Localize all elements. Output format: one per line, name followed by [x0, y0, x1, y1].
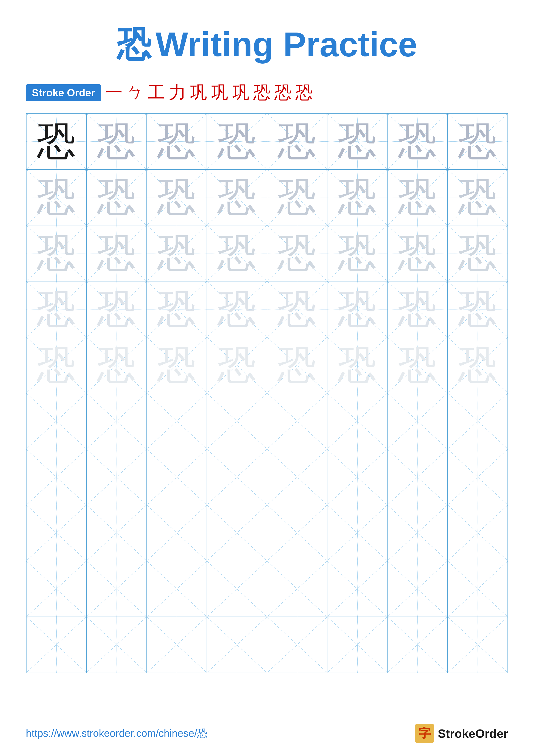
grid-cell-empty[interactable] [447, 393, 508, 449]
grid-cell-empty[interactable] [87, 449, 146, 505]
practice-char-guide: 恐 [278, 234, 317, 273]
svg-line-128 [27, 561, 86, 617]
grid-cell-empty[interactable] [267, 393, 327, 449]
grid-cell-empty[interactable] [387, 617, 447, 673]
footer-logo: 字 StrokeOrder [415, 724, 508, 743]
grid-cell-empty[interactable] [87, 505, 146, 561]
grid-cell-empty[interactable] [26, 561, 87, 617]
grid-cell[interactable]: 恐 [207, 337, 267, 393]
grid-cell-empty[interactable] [87, 617, 146, 673]
page-title: Writing Practice [156, 25, 417, 64]
grid-cell-empty[interactable] [87, 561, 146, 617]
grid-cell-empty[interactable] [387, 561, 447, 617]
grid-cell-empty[interactable] [26, 505, 87, 561]
svg-line-154 [327, 617, 387, 673]
grid-cell-empty[interactable] [147, 505, 207, 561]
grid-cell-empty[interactable] [147, 393, 207, 449]
grid-cell[interactable]: 恐 [267, 225, 327, 281]
grid-cell-empty[interactable] [147, 617, 207, 673]
grid-cell-empty[interactable] [207, 505, 267, 561]
grid-cell-empty[interactable] [147, 449, 207, 505]
grid-cell-empty[interactable] [327, 449, 387, 505]
svg-line-115 [87, 505, 146, 561]
grid-cell[interactable]: 恐 [207, 169, 267, 226]
grid-cell-empty[interactable] [267, 617, 327, 673]
grid-cell[interactable]: 恐 [327, 281, 387, 337]
grid-cell[interactable]: 恐 [147, 169, 207, 226]
grid-cell[interactable]: 恐 [267, 169, 327, 226]
grid-cell[interactable]: 恐 [267, 337, 327, 393]
grid-cell-empty[interactable] [147, 561, 207, 617]
grid-cell[interactable]: 恐 [26, 337, 87, 393]
grid-cell-empty[interactable] [207, 617, 267, 673]
grid-cell-empty[interactable] [267, 561, 327, 617]
grid-cell[interactable]: 恐 [147, 113, 207, 169]
practice-char-guide: 恐 [37, 290, 76, 329]
grid-cell[interactable]: 恐 [447, 281, 508, 337]
grid-cell[interactable]: 恐 [387, 225, 447, 281]
grid-cell[interactable]: 恐 [327, 337, 387, 393]
grid-cell[interactable]: 恐 [147, 281, 207, 337]
stroke-6: 巩 [211, 81, 228, 104]
grid-cell-empty[interactable] [327, 617, 387, 673]
grid-cell-empty[interactable] [327, 505, 387, 561]
svg-line-98 [87, 449, 146, 505]
logo-icon: 字 [415, 724, 434, 743]
grid-cell-empty[interactable] [267, 449, 327, 505]
grid-cell[interactable]: 恐 [207, 281, 267, 337]
grid-cell-empty[interactable] [87, 393, 146, 449]
grid-cell[interactable]: 恐 [327, 169, 387, 226]
grid-cell-empty[interactable] [327, 393, 387, 449]
grid-cell[interactable]: 恐 [447, 337, 508, 393]
grid-cell[interactable]: 恐 [387, 337, 447, 393]
grid-cell-empty[interactable] [447, 505, 508, 561]
svg-line-113 [27, 505, 86, 561]
svg-line-89 [267, 393, 327, 449]
grid-cell[interactable]: 恐 [87, 225, 146, 281]
grid-cell-empty[interactable] [207, 449, 267, 505]
svg-line-83 [87, 393, 146, 449]
grid-cell-empty[interactable] [207, 561, 267, 617]
grid-cell[interactable]: 恐 [207, 113, 267, 169]
grid-cell-empty[interactable] [387, 505, 447, 561]
grid-cell[interactable]: 恐 [26, 169, 87, 226]
grid-cell-empty[interactable] [26, 449, 87, 505]
grid-cell-empty[interactable] [327, 561, 387, 617]
grid-cell[interactable]: 恐 [267, 113, 327, 169]
grid-cell-empty[interactable] [447, 561, 508, 617]
grid-cell-empty[interactable] [447, 617, 508, 673]
grid-cell[interactable]: 恐 [26, 113, 87, 169]
grid-cell[interactable]: 恐 [447, 169, 508, 226]
svg-line-119 [207, 505, 267, 561]
grid-cell[interactable]: 恐 [267, 281, 327, 337]
title-chinese-char: 恐 [117, 25, 151, 64]
grid-cell[interactable]: 恐 [87, 337, 146, 393]
grid-cell[interactable]: 恐 [147, 337, 207, 393]
svg-line-111 [448, 449, 507, 505]
grid-cell-empty[interactable] [387, 393, 447, 449]
grid-cell[interactable]: 恐 [327, 225, 387, 281]
grid-cell[interactable]: 恐 [147, 225, 207, 281]
grid-cell-empty[interactable] [26, 393, 87, 449]
grid-cell[interactable]: 恐 [447, 225, 508, 281]
grid-cell[interactable]: 恐 [447, 113, 508, 169]
svg-line-118 [207, 505, 267, 561]
grid-cell[interactable]: 恐 [327, 113, 387, 169]
grid-cell[interactable]: 恐 [26, 225, 87, 281]
grid-cell-empty[interactable] [387, 449, 447, 505]
grid-cell-empty[interactable] [447, 449, 508, 505]
svg-line-136 [267, 561, 327, 617]
grid-cell-empty[interactable] [267, 505, 327, 561]
grid-cell[interactable]: 恐 [87, 113, 146, 169]
footer-url-link[interactable]: https://www.strokeorder.com/chinese/恐 [26, 726, 207, 740]
grid-cell[interactable]: 恐 [387, 113, 447, 169]
grid-cell[interactable]: 恐 [207, 225, 267, 281]
grid-cell[interactable]: 恐 [87, 281, 146, 337]
grid-cell[interactable]: 恐 [26, 281, 87, 337]
grid-cell-empty[interactable] [207, 393, 267, 449]
grid-cell[interactable]: 恐 [387, 169, 447, 226]
grid-cell[interactable]: 恐 [387, 281, 447, 337]
grid-cell[interactable]: 恐 [87, 169, 146, 226]
grid-cell-empty[interactable] [26, 617, 87, 673]
svg-line-97 [27, 449, 86, 505]
